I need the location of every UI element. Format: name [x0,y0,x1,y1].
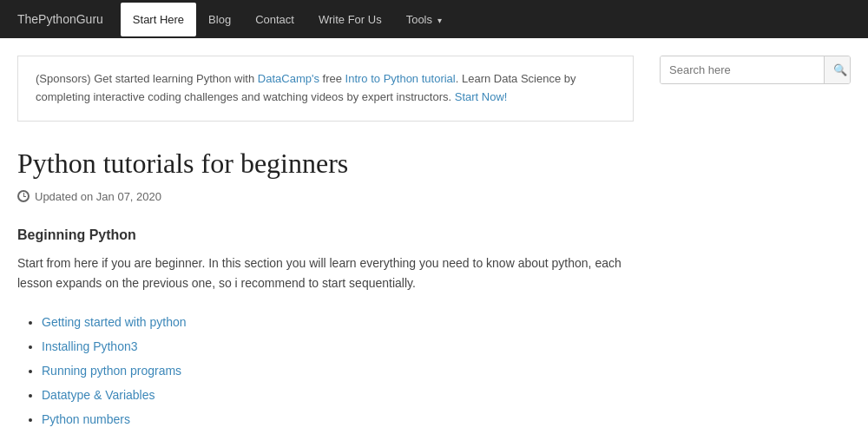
sponsor-prefix: (Sponsors) Get started learning Python w… [36,72,258,85]
intro-tutorial-link[interactable]: Intro to Python tutorial [345,72,456,85]
start-now-link[interactable]: Start Now! [455,90,508,103]
list-item: Installing Python3 [42,334,634,358]
search-button[interactable]: 🔍 [824,56,851,83]
nav-item-write[interactable]: Write For Us [306,3,394,36]
tutorial-list: Getting started with pythonInstalling Py… [17,310,634,434]
tutorial-link[interactable]: Getting started with python [42,315,187,329]
search-input[interactable] [661,56,824,83]
dropdown-arrow-icon: ▾ [435,16,442,25]
sidebar: 🔍 [660,56,851,434]
search-box: 🔍 [660,56,851,84]
updated-line: Updated on Jan 07, 2020 [17,190,634,203]
updated-text: Updated on Jan 07, 2020 [35,190,161,203]
nav-item-blog[interactable]: Blog [196,3,243,36]
list-item: Running python programs [42,358,634,383]
nav-link-blog[interactable]: Blog [196,3,243,36]
tutorial-link[interactable]: Python numbers [42,412,130,426]
nav-link-tools[interactable]: Tools ▾ [394,3,454,36]
nav-links: Start Here Blog Contact Write For Us Too… [121,3,454,36]
sponsor-middle: free [319,72,345,85]
tutorial-link[interactable]: Running python programs [42,364,181,378]
page-title: Python tutorials for beginners [17,148,634,180]
sponsor-box: (Sponsors) Get started learning Python w… [17,56,634,122]
navbar: ThePythonGuru Start Here Blog Contact Wr… [0,0,868,38]
clock-icon [17,190,30,202]
section-title: Beginning Python [17,227,634,243]
main-content: (Sponsors) Get started learning Python w… [17,56,634,434]
section-description: Start from here if you are beginner. In … [17,253,634,295]
nav-item-contact[interactable]: Contact [243,3,306,36]
datacamp-link[interactable]: DataCamp's [258,72,319,85]
tutorial-link[interactable]: Datatype & Variables [42,388,155,402]
nav-link-write[interactable]: Write For Us [306,3,394,36]
nav-brand[interactable]: ThePythonGuru [17,12,103,26]
list-item: Python numbers [42,407,634,431]
nav-link-contact[interactable]: Contact [243,3,306,36]
nav-item-start-here[interactable]: Start Here [121,3,196,36]
nav-item-tools[interactable]: Tools ▾ [394,3,454,36]
list-item: Datatype & Variables [42,383,634,407]
page-wrapper: (Sponsors) Get started learning Python w… [0,38,868,434]
tutorial-link[interactable]: Installing Python3 [42,339,138,353]
list-item: Getting started with python [42,310,634,334]
nav-link-start-here[interactable]: Start Here [121,3,196,36]
